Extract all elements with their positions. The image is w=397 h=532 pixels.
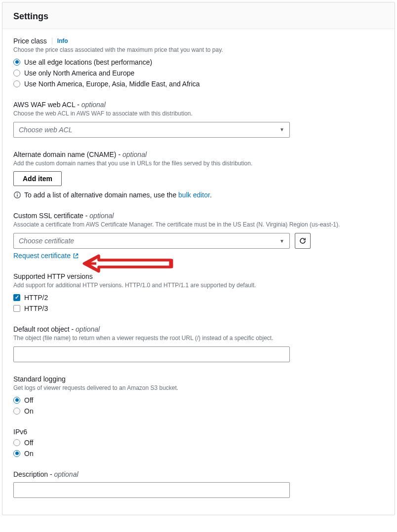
add-item-button[interactable]: Add item [13,171,62,186]
price-class-desc: Choose the price class associated with t… [13,46,384,54]
ipv6-radio-group: Off On [13,439,384,457]
refresh-button[interactable] [295,233,311,249]
http-desc: Add support for additional HTTP versions… [13,281,384,290]
checkbox-icon: ✓ [13,294,20,301]
waf-select[interactable]: Choose web ACL ▼ [13,122,290,138]
ipv6-on[interactable]: On [13,450,384,457]
section-ssl: Custom SSL certificate - optional Associ… [13,212,384,260]
panel-header: Settings [2,2,395,29]
bulk-editor-link[interactable]: bulk editor [178,191,210,199]
request-certificate-link[interactable]: Request certificate [13,252,79,260]
logging-label: Standard logging [13,375,66,383]
waf-label: AWS WAF web ACL - optional [13,101,106,109]
waf-desc: Choose the web ACL in AWS WAF to associa… [13,110,384,118]
ipv6-label: IPv6 [13,428,27,436]
cname-info-text: To add a list of alternative domain name… [24,191,212,199]
radio-icon [13,70,20,76]
info-icon [13,191,21,199]
radio-icon [13,439,20,446]
svg-point-2 [17,193,18,194]
http2-checkbox[interactable]: ✓ HTTP/2 [13,294,384,302]
price-class-option-na-eu-asia[interactable]: Use North America, Europe, Asia, Middle … [13,80,384,88]
refresh-icon [299,237,307,245]
panel-body: Price class Info Choose the price class … [2,29,395,515]
radio-icon [13,59,20,66]
price-class-option-all[interactable]: Use all edge locations (best performance… [13,58,384,66]
section-waf: AWS WAF web ACL - optional Choose the we… [13,101,384,138]
checkbox-icon [13,305,20,312]
radio-icon [13,450,20,457]
ssl-label: Custom SSL certificate - optional [13,212,114,220]
logging-radio-group: Off On [13,396,384,415]
root-desc: The object (file name) to return when a … [13,334,384,342]
root-label: Default root object - optional [13,325,100,333]
settings-panel: Settings Price class Info Choose the pri… [2,2,395,515]
logging-off[interactable]: Off [13,396,384,404]
cname-label: Alternate domain name (CNAME) - optional [13,151,147,158]
section-http: Supported HTTP versions Add support for … [13,272,384,312]
root-object-input[interactable] [13,346,290,362]
cname-info-row: To add a list of alternative domain name… [13,191,384,199]
section-price-class: Price class Info Choose the price class … [13,37,384,88]
price-class-option-na-eu[interactable]: Use only North America and Europe [13,69,384,77]
radio-icon [13,408,20,415]
radio-icon [13,80,20,87]
chevron-down-icon: ▼ [279,127,284,132]
chevron-down-icon: ▼ [279,238,284,244]
waf-select-placeholder: Choose web ACL [19,126,72,134]
section-cname: Alternate domain name (CNAME) - optional… [13,151,384,199]
section-logging: Standard logging Get logs of viewer requ… [13,375,384,415]
ssl-desc: Associate a certificate from AWS Certifi… [13,221,384,229]
price-class-radio-group: Use all edge locations (best performance… [13,58,384,88]
ipv6-off[interactable]: Off [13,439,384,447]
cname-desc: Add the custom domain names that you use… [13,159,384,168]
description-input[interactable] [13,482,290,498]
http-label: Supported HTTP versions [13,272,93,280]
page-title: Settings [13,11,384,22]
external-link-icon [73,253,79,259]
ssl-select[interactable]: Choose certificate ▼ [13,233,290,249]
http3-checkbox[interactable]: HTTP/3 [13,304,384,312]
section-description: Description - optional [13,470,384,498]
price-class-label: Price class [13,37,47,45]
section-ipv6: IPv6 Off On [13,428,384,457]
description-label: Description - optional [13,470,79,478]
ssl-select-placeholder: Choose certificate [19,237,74,245]
radio-icon [13,397,20,404]
logging-on[interactable]: On [13,407,384,415]
info-link[interactable]: Info [52,38,68,44]
http-check-group: ✓ HTTP/2 HTTP/3 [13,294,384,312]
logging-desc: Get logs of viewer requests delivered to… [13,384,384,392]
section-root-object: Default root object - optional The objec… [13,325,384,362]
